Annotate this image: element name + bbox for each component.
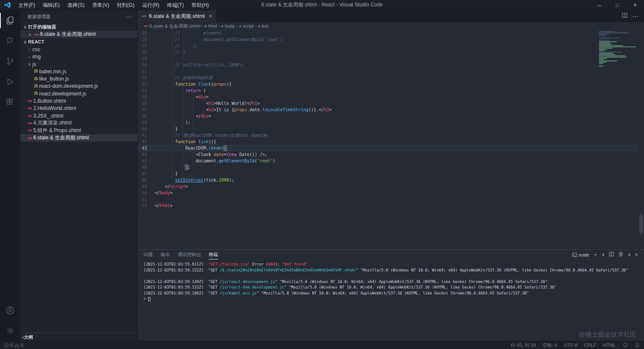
- source-control-icon[interactable]: [0, 51, 20, 72]
- tree-item-1.Button.shtml[interactable]: <>1.Button.shtml: [20, 97, 137, 104]
- code-line[interactable]: 34 return (: [138, 87, 638, 94]
- code-line[interactable]: 52</html>: [138, 202, 638, 209]
- open-editor-item[interactable]: × <> 6.state & 生命周期.shtml: [20, 31, 137, 38]
- code-line[interactable]: 50</body>: [138, 190, 638, 196]
- code-line[interactable]: 30 // setInterval(tick, 1000);: [138, 62, 638, 68]
- code-line[interactable]: 40 }: [138, 126, 638, 132]
- tree-item-css[interactable]: ›css: [20, 46, 137, 53]
- tree-item-js[interactable]: ∨js: [20, 61, 137, 68]
- tree-item-3.JSX_.shtml[interactable]: <>3.JSX_.shtml: [20, 112, 137, 119]
- breadcrumb-item[interactable]: ◈html: [204, 23, 217, 29]
- code-line[interactable]: 33 function Clock(props){: [138, 81, 638, 87]
- tab-state-lifecycle[interactable]: <> 6.state & 生命周期.shtml ×: [138, 10, 216, 22]
- code-editor[interactable]: 25 // element,26 // document.getElementB…: [138, 30, 644, 249]
- encoding[interactable]: UTF-8: [564, 343, 577, 348]
- menu-item[interactable]: 终端(T): [163, 0, 187, 10]
- code-line[interactable]: 51: [138, 196, 638, 202]
- close-window-button[interactable]: ×: [626, 0, 644, 10]
- code-line[interactable]: 28 // }: [138, 49, 638, 55]
- menu-item[interactable]: 文件(F): [14, 0, 39, 10]
- notifications-bell-icon[interactable]: [635, 343, 640, 348]
- shell-picker[interactable]: node: [572, 252, 589, 257]
- account-icon[interactable]: [0, 300, 20, 320]
- panel-tab-输出[interactable]: 输出: [161, 250, 170, 260]
- kill-terminal-icon[interactable]: [618, 251, 624, 258]
- feedback-icon[interactable]: [623, 343, 628, 348]
- terminal-output[interactable]: [2021-12-03T01:03:55.611Z] "GET /favicon…: [138, 260, 644, 341]
- tree-item-babel.min.js[interactable]: JSbabel.min.js: [20, 68, 137, 75]
- indentation[interactable]: 空格: 4: [543, 342, 557, 349]
- code-line[interactable]: 37 <h2>It is {props.date.toLocaleTimeStr…: [138, 107, 638, 113]
- code-line[interactable]: 25 // element,: [138, 30, 638, 36]
- code-line[interactable]: 42 function tick(){: [138, 138, 638, 145]
- tree-item-2.HelloWorld.shtml[interactable]: <>2.HelloWorld.shtml: [20, 105, 137, 112]
- breadcrumb-item[interactable]: ◈tick: [258, 23, 269, 29]
- menu-item[interactable]: 转到(G): [113, 0, 138, 10]
- run-debug-icon[interactable]: [0, 72, 20, 92]
- code-line[interactable]: 35 <div>: [138, 94, 638, 100]
- search-icon[interactable]: [0, 31, 20, 51]
- explorer-more-actions-icon[interactable]: ⋯: [126, 14, 132, 20]
- open-editors-section-header[interactable]: ∨ 打开的编辑器: [20, 23, 137, 31]
- code-line[interactable]: 49 </script>: [138, 183, 638, 190]
- language-mode[interactable]: HTML: [603, 343, 616, 348]
- menu-item[interactable]: 运行(R): [138, 0, 164, 10]
- editor-scrollbar[interactable]: [638, 30, 644, 249]
- tree-item-react.development.js[interactable]: JSreact.development.js: [20, 90, 137, 97]
- code-line[interactable]: 36 <h1>Hello World!</h1>: [138, 100, 638, 107]
- close-tab-icon[interactable]: ×: [209, 13, 212, 19]
- outline-section-header[interactable]: › 大纲: [20, 333, 137, 341]
- menu-item[interactable]: 选择(S): [63, 0, 88, 10]
- code-line[interactable]: 44 <Clock date={new Date()} />,: [138, 151, 638, 158]
- menu-item[interactable]: 编辑(E): [39, 0, 63, 10]
- split-terminal-icon[interactable]: [609, 251, 614, 258]
- breadcrumb: <>6.state & 生命周期.shtml›◈html›◈body›◈scri…: [138, 22, 644, 30]
- tree-item-react-dom.development.js[interactable]: JSreact-dom.development.js: [20, 83, 137, 90]
- split-editor-icon[interactable]: [622, 12, 628, 20]
- tree-item-img[interactable]: ›img: [20, 53, 137, 61]
- code-line[interactable]: 43 ReactDOM.render(: [138, 145, 638, 151]
- panel-tab-调试控制台[interactable]: 调试控制台: [178, 250, 201, 260]
- panel-tab-问题[interactable]: 问题: [144, 250, 153, 260]
- code-line[interactable]: 31: [138, 68, 638, 75]
- extensions-icon[interactable]: [0, 92, 20, 112]
- code-line[interactable]: 38 </div>: [138, 113, 638, 119]
- code-line[interactable]: 46 );: [138, 164, 638, 170]
- eol-sequence[interactable]: CRLF: [584, 343, 596, 348]
- code-line[interactable]: 47 }: [138, 170, 638, 177]
- close-editor-icon[interactable]: ×: [26, 32, 33, 37]
- panel-tab-终端[interactable]: 终端: [209, 250, 218, 260]
- terminal-dropdown-icon[interactable]: ∨: [601, 252, 605, 257]
- code-line[interactable]: 45 document.getElementById('root'): [138, 158, 638, 164]
- menu-item[interactable]: 查看(V): [88, 0, 113, 10]
- project-section-header[interactable]: ∨ REACT: [20, 38, 137, 46]
- code-line[interactable]: 29: [138, 55, 638, 62]
- tree-item-6.state & 生命周期.shtml[interactable]: <>6.state & 生命周期.shtml: [20, 134, 137, 141]
- menu-item[interactable]: 帮助(H): [188, 0, 213, 10]
- maximize-panel-icon[interactable]: ∧: [627, 252, 631, 257]
- code-line[interactable]: 27 // );: [138, 43, 638, 49]
- breadcrumb-item[interactable]: <>6.state & 生命周期.shtml: [144, 23, 201, 29]
- code-line[interactable]: 32 // 封装时钟的外观: [138, 75, 638, 81]
- tree-item-like_button.js[interactable]: JSlike_button.js: [20, 75, 137, 82]
- errors-indicator[interactable]: 0: [4, 343, 13, 348]
- warnings-indicator[interactable]: 0: [14, 343, 23, 348]
- tab-label: 6.state & 生命周期.shtml: [149, 13, 205, 20]
- cursor-position[interactable]: 行 43, 列 29: [511, 342, 536, 349]
- breadcrumb-item[interactable]: ◈body: [221, 23, 235, 29]
- close-panel-icon[interactable]: ×: [635, 251, 638, 258]
- editor-more-actions-icon[interactable]: ⋯: [632, 12, 639, 20]
- code-line[interactable]: 41 // 通过ReactDOM.render生成html dom结构: [138, 132, 638, 138]
- code-line[interactable]: 26 // document.getElementById('root'): [138, 36, 638, 43]
- code-line[interactable]: 39 );: [138, 119, 638, 126]
- minimize-button[interactable]: —: [590, 0, 608, 10]
- settings-gear-icon[interactable]: [0, 320, 20, 341]
- code-line[interactable]: 48 setInterval(tick,1000);: [138, 177, 638, 183]
- explorer-icon[interactable]: [0, 10, 20, 31]
- tree-item-5.组件 & Props.shtml[interactable]: <>5.组件 & Props.shtml: [20, 127, 137, 134]
- tree-item-4.元素渲染.shtml[interactable]: <>4.元素渲染.shtml: [20, 119, 137, 127]
- restore-button[interactable]: □: [608, 0, 626, 10]
- new-terminal-icon[interactable]: ＋: [593, 251, 598, 258]
- breadcrumb-item[interactable]: ◈script: [239, 23, 254, 29]
- minimap[interactable]: [599, 31, 638, 67]
